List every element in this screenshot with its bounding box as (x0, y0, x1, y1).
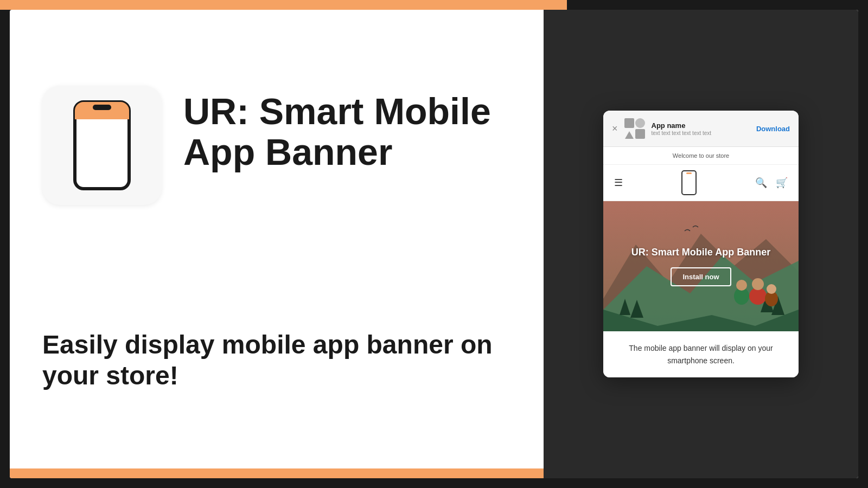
store-description: The mobile app banner will display on yo… (603, 331, 799, 377)
store-header: Welcome to our store (603, 147, 799, 165)
right-section: × App name text text text text text text… (544, 10, 858, 478)
download-button[interactable]: Download (756, 125, 790, 133)
install-now-button[interactable]: Install now (671, 267, 731, 286)
phone-nav-icon (681, 170, 697, 195)
banner-app-name: App name (652, 121, 750, 130)
bottom-orange-bar (10, 468, 579, 478)
hero-title: UR: Smart Mobile App Banner (631, 246, 770, 259)
store-hero: UR: Smart Mobile App Banner Install now (603, 201, 799, 331)
search-icon[interactable]: 🔍 (755, 177, 767, 189)
logo-cell-triangle (624, 129, 634, 139)
mock-browser: × App name text text text text text text… (603, 111, 799, 377)
subtitle: Easily display mobile app banner on your… (42, 329, 531, 391)
logo-cell-square (624, 118, 634, 128)
app-title: UR: Smart Mobile App Banner (183, 86, 520, 172)
store-desc-text: The mobile app banner will display on yo… (612, 342, 790, 367)
app-logo-grid (624, 118, 645, 139)
welcome-text: Welcome to our store (673, 152, 729, 159)
banner-app-desc: text text text text text text (652, 130, 750, 136)
left-section: UR: Smart Mobile App Banner Easily displ… (10, 10, 552, 478)
svg-rect-2 (75, 110, 129, 119)
outer-frame: UR: Smart Mobile App Banner Easily displ… (0, 0, 868, 488)
app-icon-box (42, 86, 162, 205)
logo-cell-circle (635, 118, 645, 128)
cart-icon[interactable]: 🛒 (776, 177, 788, 189)
main-content: UR: Smart Mobile App Banner Easily displ… (10, 10, 858, 478)
logo-cell-square2 (635, 129, 645, 139)
banner-notification: × App name text text text text text text… (603, 111, 799, 147)
close-icon[interactable]: × (612, 123, 618, 134)
store-nav: ☰ 🔍 🛒 (603, 165, 799, 201)
svg-rect-3 (93, 105, 111, 110)
phone-notch (686, 172, 692, 174)
hero-overlay: UR: Smart Mobile App Banner Install now (631, 246, 770, 286)
top-orange-bar (0, 0, 567, 10)
app-icon-container: UR: Smart Mobile App Banner (42, 86, 520, 205)
phone-icon (72, 99, 132, 191)
banner-app-info: App name text text text text text text (652, 121, 750, 136)
hamburger-icon[interactable]: ☰ (614, 177, 623, 189)
